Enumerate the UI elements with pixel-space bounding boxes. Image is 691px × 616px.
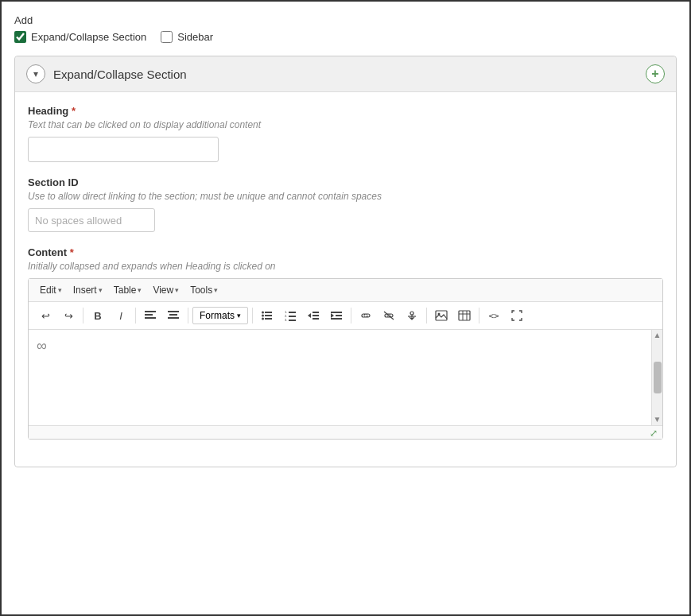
toolbar-sep-6 <box>426 308 427 323</box>
anchor-button[interactable] <box>402 305 422 326</box>
svg-rect-0 <box>145 311 156 312</box>
menu-table[interactable]: Table ▾ <box>109 282 147 298</box>
svg-rect-9 <box>265 315 272 316</box>
menu-view[interactable]: View ▾ <box>148 282 184 298</box>
toolbar-sep-1 <box>83 308 83 323</box>
redo-button[interactable]: ↪ <box>58 305 79 326</box>
link-button[interactable] <box>355 305 376 326</box>
content-required-star: * <box>70 246 74 258</box>
toolbar-sep-3 <box>188 308 188 323</box>
svg-rect-17 <box>289 320 296 321</box>
svg-rect-23 <box>331 312 342 313</box>
svg-rect-4 <box>169 314 177 316</box>
content-hint: Initially collapsed and expands when Hea… <box>28 261 663 272</box>
editor-scrollbar[interactable]: ▲ ▼ <box>651 330 662 425</box>
svg-point-6 <box>262 312 264 314</box>
bullet-list-icon <box>262 310 273 321</box>
unlink-button[interactable] <box>378 305 399 326</box>
formats-button[interactable]: Formats ▾ <box>192 307 248 324</box>
section-id-label: Section ID <box>28 176 663 188</box>
editor-content[interactable]: ∞ <box>29 330 651 425</box>
menu-insert[interactable]: Insert ▾ <box>68 282 107 298</box>
sidebar-checkbox-item[interactable]: Sidebar <box>161 31 213 43</box>
formats-arrow: ▾ <box>237 312 241 320</box>
unlink-icon <box>382 310 395 321</box>
scrollbar-up-arrow[interactable]: ▲ <box>654 331 662 339</box>
fullscreen-icon <box>511 310 522 321</box>
expand-collapse-checkbox-item[interactable]: Expand/Collapse Section <box>14 31 146 43</box>
menu-tools[interactable]: Tools ▾ <box>185 282 223 298</box>
svg-rect-15 <box>289 316 296 317</box>
collapse-button[interactable]: ▾ <box>26 64 45 83</box>
outdent-button[interactable] <box>303 305 324 326</box>
indent-button[interactable] <box>326 305 347 326</box>
main-container: Add Expand/Collapse Section Sidebar ▾ Ex… <box>0 0 691 616</box>
svg-rect-24 <box>336 315 342 316</box>
section-id-input[interactable] <box>28 208 155 232</box>
image-button[interactable] <box>431 305 452 326</box>
svg-point-8 <box>262 315 264 317</box>
svg-point-10 <box>262 318 264 320</box>
expand-collapse-checkbox[interactable] <box>14 31 26 43</box>
section-id-hint: Use to allow direct linking to the secti… <box>28 191 663 202</box>
table-insert-icon <box>458 310 471 321</box>
resize-handle[interactable]: ⤢ <box>650 428 659 437</box>
heading-hint: Text that can be clicked on to display a… <box>28 119 663 130</box>
scrollbar-down-arrow[interactable]: ▼ <box>654 416 662 424</box>
svg-rect-5 <box>168 317 179 319</box>
sidebar-checkbox[interactable] <box>161 31 173 43</box>
formats-label: Formats <box>200 310 235 321</box>
editor-infinity-symbol: ∞ <box>37 338 47 354</box>
menu-edit[interactable]: Edit ▾ <box>35 282 67 298</box>
heading-field-group: Heading * Text that can be clicked on to… <box>28 105 663 162</box>
svg-rect-3 <box>168 311 179 312</box>
add-section-button[interactable]: + <box>646 64 665 83</box>
svg-rect-7 <box>265 312 272 313</box>
align-center-icon <box>168 310 179 321</box>
svg-rect-30 <box>459 311 470 320</box>
add-section-icon: + <box>651 67 658 81</box>
editor-wrapper: Edit ▾ Insert ▾ Table ▾ View <box>28 278 663 440</box>
editor-toolbar: ↩ ↪ B I <box>29 302 662 330</box>
heading-input[interactable] <box>28 137 219 162</box>
svg-rect-2 <box>145 317 156 319</box>
numbered-list-button[interactable]: 1. 2. 3. <box>280 305 301 326</box>
svg-line-26 <box>384 312 394 320</box>
svg-marker-22 <box>331 313 334 318</box>
insert-arrow: ▾ <box>99 286 103 294</box>
anchor-icon <box>406 310 417 321</box>
svg-rect-20 <box>313 315 319 316</box>
fullscreen-button[interactable] <box>507 305 527 326</box>
italic-button[interactable]: I <box>111 305 131 326</box>
indent-icon <box>331 310 342 321</box>
table-insert-button[interactable] <box>454 305 475 326</box>
align-center-button[interactable] <box>163 305 184 326</box>
section-title: Expand/Collapse Section <box>53 68 187 81</box>
svg-rect-19 <box>313 312 319 313</box>
svg-rect-28 <box>436 311 447 320</box>
expand-collapse-label: Expand/Collapse Section <box>31 31 146 43</box>
code-button[interactable]: <> <box>483 305 504 326</box>
image-icon <box>435 310 448 321</box>
section-header: ▾ Expand/Collapse Section + <box>15 56 676 92</box>
tools-arrow: ▾ <box>214 286 218 294</box>
bullet-list-button[interactable] <box>257 305 278 326</box>
svg-rect-25 <box>331 318 342 320</box>
align-left-button[interactable] <box>140 305 161 326</box>
table-arrow: ▾ <box>138 286 142 294</box>
add-label: Add <box>14 14 677 26</box>
svg-rect-11 <box>265 318 272 320</box>
toolbar-sep-4 <box>252 308 253 323</box>
numbered-list-icon: 1. 2. 3. <box>285 310 296 321</box>
sidebar-label: Sidebar <box>177 31 213 43</box>
scrollbar-thumb[interactable] <box>654 362 662 393</box>
editor-statusbar: ⤢ <box>29 425 662 439</box>
svg-rect-21 <box>313 318 319 320</box>
toolbar-sep-2 <box>135 308 136 323</box>
section-body: Heading * Text that can be clicked on to… <box>15 92 676 467</box>
section-id-field-group: Section ID Use to allow direct linking t… <box>28 176 663 232</box>
svg-text:3.: 3. <box>285 318 287 321</box>
bold-button[interactable]: B <box>87 305 108 326</box>
editor-area: ∞ ▲ ▼ <box>29 330 662 425</box>
undo-button[interactable]: ↩ <box>35 305 56 326</box>
